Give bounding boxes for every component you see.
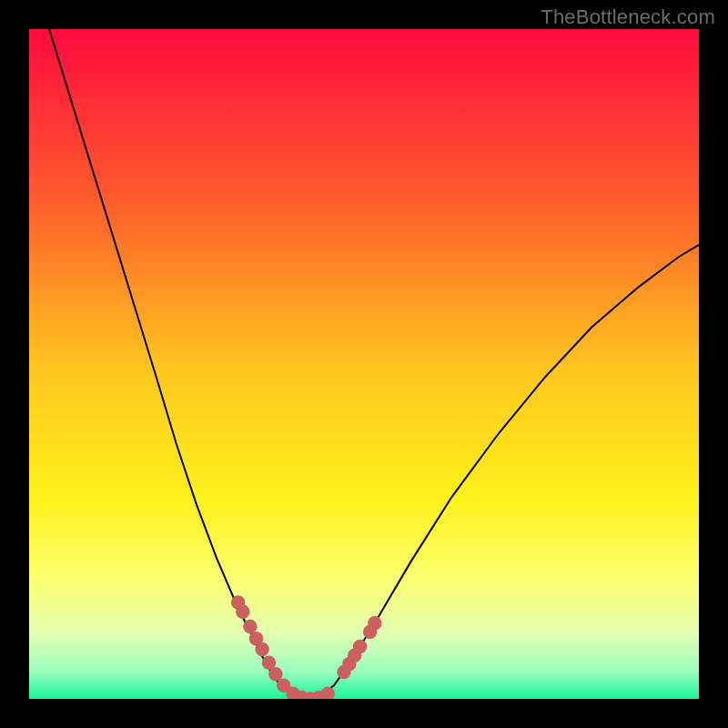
chart-marker: [368, 616, 381, 630]
chart-marker: [243, 620, 257, 633]
chart-marker: [353, 640, 367, 653]
chart-svg: [29, 29, 699, 699]
chart-marker: [236, 605, 249, 619]
watermark-text: TheBottleneck.com: [541, 5, 715, 29]
chart-marker: [255, 642, 268, 656]
chart-marker: [268, 667, 282, 681]
chart-background: [29, 29, 699, 699]
chart-plot-area: [29, 29, 699, 699]
chart-frame: TheBottleneck.com: [0, 0, 728, 728]
